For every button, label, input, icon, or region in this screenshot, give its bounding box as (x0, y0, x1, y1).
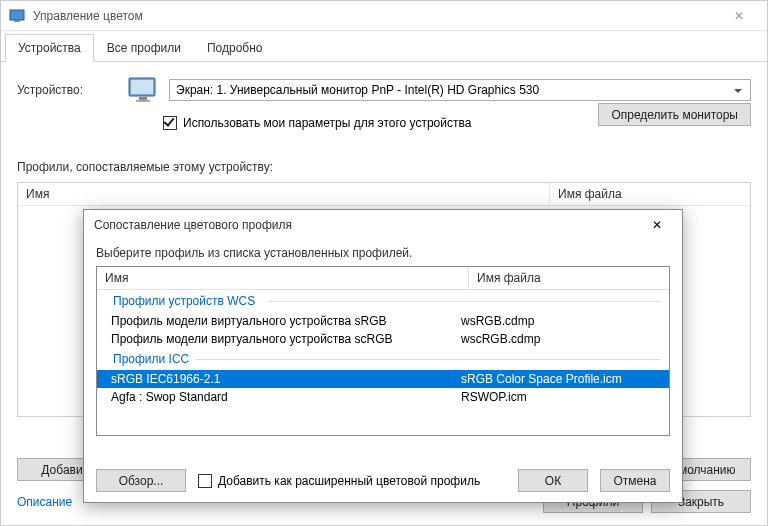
group-wcs: Профили устройств WCS (97, 290, 669, 312)
list-item[interactable]: Профиль модели виртуального устройства s… (97, 330, 669, 348)
extended-checkbox-label: Добавить как расширенный цветовой профил… (218, 474, 480, 488)
list-item[interactable]: Профиль модели виртуального устройства s… (97, 312, 669, 330)
group-icc: Профили ICC (97, 348, 669, 370)
dialog-close-icon[interactable]: ✕ (642, 210, 672, 240)
dialog-prompt: Выберите профиль из списка установленных… (96, 246, 670, 260)
cancel-button[interactable]: Отмена (600, 469, 670, 492)
browse-button[interactable]: Обзор... (96, 469, 186, 492)
profile-list[interactable]: Имя Имя файла Профили устройств WCS Проф… (96, 266, 670, 436)
color-management-window: Управление цветом ✕ Устройства Все профи… (0, 0, 768, 526)
list-col-file[interactable]: Имя файла (469, 267, 669, 289)
list-col-name[interactable]: Имя (97, 267, 469, 289)
list-item[interactable]: sRGB IEC61966-2.1 sRGB Color Space Profi… (97, 370, 669, 388)
modal-overlay: Сопоставление цветового профиля ✕ Выбери… (1, 1, 767, 525)
extended-checkbox[interactable] (198, 474, 212, 488)
list-item[interactable]: Agfa : Swop Standard RSWOP.icm (97, 388, 669, 406)
associate-profile-dialog: Сопоставление цветового профиля ✕ Выбери… (83, 209, 683, 503)
ok-button[interactable]: ОК (518, 469, 588, 492)
dialog-title: Сопоставление цветового профиля (94, 218, 642, 232)
dialog-titlebar: Сопоставление цветового профиля ✕ (84, 210, 682, 240)
dialog-footer: Обзор... Добавить как расширенный цветов… (96, 469, 670, 492)
